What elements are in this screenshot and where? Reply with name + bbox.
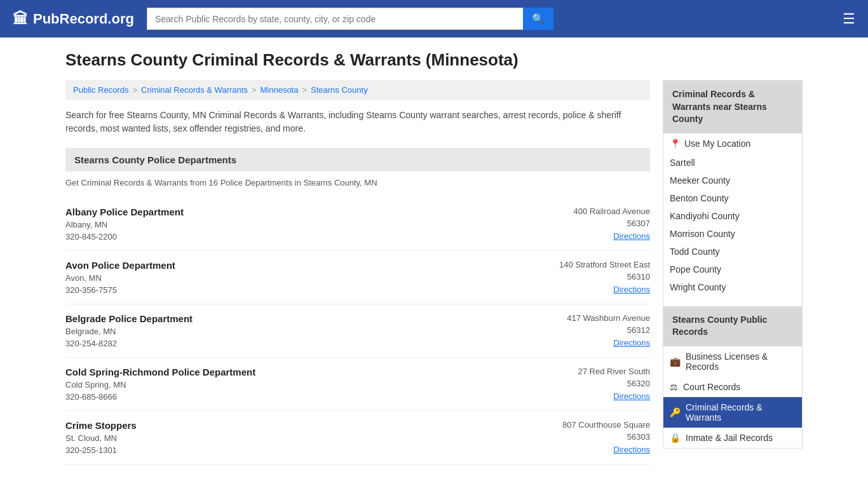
public-record-item[interactable]: 💼 Business Licenses & Records xyxy=(663,346,802,377)
dept-phone: 320-685-8666 xyxy=(65,392,255,402)
public-record-link[interactable]: Court Records xyxy=(683,382,740,392)
search-button[interactable]: 🔍 xyxy=(523,8,553,30)
public-record-link[interactable]: Inmate & Jail Records xyxy=(686,433,773,443)
nearby-list-item[interactable]: Meeker County xyxy=(663,172,802,189)
page-title: Stearns County Criminal Records & Warran… xyxy=(65,50,803,70)
dept-address: 400 Railroad Avenue xyxy=(536,207,650,216)
nearby-list-item[interactable]: Pope County xyxy=(663,261,802,278)
dept-directions[interactable]: Directions xyxy=(536,231,650,241)
section-header: Stearns County Police Departments xyxy=(65,148,650,172)
breadcrumb-criminal-records[interactable]: Criminal Records & Warrants xyxy=(141,85,248,95)
content-layout: Public Records > Criminal Records & Warr… xyxy=(65,80,803,464)
nearby-list-item[interactable]: Benton County xyxy=(663,189,802,207)
nearby-list: SartellMeeker CountyBenton CountyKandiyo… xyxy=(663,154,802,296)
dept-phone: 320-255-1301 xyxy=(65,445,137,455)
dept-zip: 56310 xyxy=(536,272,650,281)
dept-zip: 56303 xyxy=(536,432,650,442)
dept-city: Avon, MN xyxy=(65,273,175,283)
sidebar-container: Criminal Records & Warrants near Stearns… xyxy=(663,80,803,449)
breadcrumb-public-records[interactable]: Public Records xyxy=(73,85,128,95)
dept-directions[interactable]: Directions xyxy=(536,337,650,348)
directions-link[interactable]: Directions xyxy=(613,285,650,294)
dept-right: 140 Stratford Street East 56310 Directio… xyxy=(536,260,650,295)
nearby-link[interactable]: Pope County xyxy=(670,264,721,274)
dept-name: Belgrade Police Department xyxy=(65,313,193,324)
public-record-link[interactable]: Business Licenses & Records xyxy=(686,351,796,372)
dept-phone: 320-254-8282 xyxy=(65,339,193,348)
dept-directions[interactable]: Directions xyxy=(536,391,650,401)
dept-left: Belgrade Police Department Belgrade, MN … xyxy=(65,313,193,348)
dept-left: Cold Spring-Richmond Police Department C… xyxy=(65,367,255,402)
site-header: 🏛 PubRecord.org 🔍 ☰ xyxy=(0,0,868,37)
logo-link[interactable]: 🏛 PubRecord.org xyxy=(13,10,134,28)
dept-phone: 320-356-7575 xyxy=(65,285,175,295)
dept-right: 400 Railroad Avenue 56307 Directions xyxy=(536,207,650,241)
dept-right: 807 Courthouse Square 56303 Directions xyxy=(536,420,650,455)
public-record-item[interactable]: ⚖ Court Records xyxy=(663,377,802,397)
public-records-list: 💼 Business Licenses & Records ⚖ Court Re… xyxy=(663,346,802,448)
nearby-link[interactable]: Meeker County xyxy=(670,175,730,186)
dept-city: St. Cloud, MN xyxy=(65,433,137,443)
breadcrumb-sep-1: > xyxy=(132,85,137,95)
directions-link[interactable]: Directions xyxy=(613,338,650,348)
public-record-link[interactable]: Criminal Records & Warrants xyxy=(686,402,796,423)
dept-directions[interactable]: Directions xyxy=(536,284,650,294)
menu-button[interactable]: ☰ xyxy=(843,11,855,27)
main-content: Public Records > Criminal Records & Warr… xyxy=(65,80,650,464)
use-location-label: Use My Location xyxy=(684,139,750,149)
dept-left: Albany Police Department Albany, MN 320-… xyxy=(65,207,184,241)
search-input[interactable] xyxy=(147,8,523,30)
nearby-link[interactable]: Morrison County xyxy=(670,229,735,239)
dept-zip: 56307 xyxy=(536,219,650,228)
dept-city: Albany, MN xyxy=(65,220,184,229)
directions-link[interactable]: Directions xyxy=(613,231,650,241)
record-icon: 🔑 xyxy=(670,407,681,417)
public-record-item[interactable]: 🔒 Inmate & Jail Records xyxy=(663,428,802,448)
dept-address: 27 Red River South xyxy=(536,367,650,376)
breadcrumb-stearns-county[interactable]: Stearns County xyxy=(311,85,368,95)
nearby-link[interactable]: Benton County xyxy=(670,193,729,203)
dept-directions[interactable]: Directions xyxy=(536,444,650,454)
breadcrumb: Public Records > Criminal Records & Warr… xyxy=(65,80,650,100)
location-icon: 📍 xyxy=(670,139,681,149)
logo-text: PubRecord.org xyxy=(33,11,134,27)
dept-city: Cold Spring, MN xyxy=(65,380,255,390)
dept-right: 417 Washburn Avenue 56312 Directions xyxy=(536,313,650,348)
department-item: Crime Stoppers St. Cloud, MN 320-255-130… xyxy=(65,411,650,464)
department-item: Albany Police Department Albany, MN 320-… xyxy=(65,198,650,251)
search-bar: 🔍 xyxy=(147,8,553,30)
menu-icon: ☰ xyxy=(843,11,855,27)
department-list: Albany Police Department Albany, MN 320-… xyxy=(65,198,650,464)
department-item: Cold Spring-Richmond Police Department C… xyxy=(65,358,650,411)
dept-right: 27 Red River South 56320 Directions xyxy=(536,367,650,402)
dept-name: Albany Police Department xyxy=(65,207,184,217)
public-record-item[interactable]: 🔑 Criminal Records & Warrants xyxy=(663,397,802,428)
logo-icon: 🏛 xyxy=(13,10,28,28)
directions-link[interactable]: Directions xyxy=(613,391,650,401)
dept-left: Avon Police Department Avon, MN 320-356-… xyxy=(65,260,175,295)
dept-city: Belgrade, MN xyxy=(65,327,193,336)
nearby-link[interactable]: Todd County xyxy=(670,247,720,257)
nearby-list-item[interactable]: Wright County xyxy=(663,278,802,296)
nearby-header: Criminal Records & Warrants near Stearns… xyxy=(663,81,802,133)
section-subtitle: Get Criminal Records & Warrants from 16 … xyxy=(65,178,650,187)
nearby-list-item[interactable]: Sartell xyxy=(663,154,802,172)
use-my-location[interactable]: 📍 Use My Location xyxy=(663,133,802,154)
nearby-link[interactable]: Wright County xyxy=(670,282,726,292)
nearby-link[interactable]: Sartell xyxy=(670,158,695,168)
page-wrapper: Stearns County Criminal Records & Warran… xyxy=(53,37,815,477)
dept-zip: 56320 xyxy=(536,379,650,388)
nearby-link[interactable]: Kandiyohi County xyxy=(670,211,740,221)
dept-zip: 56312 xyxy=(536,325,650,335)
nearby-list-item[interactable]: Todd County xyxy=(663,243,802,261)
nearby-list-item[interactable]: Morrison County xyxy=(663,225,802,243)
dept-left: Crime Stoppers St. Cloud, MN 320-255-130… xyxy=(65,420,137,455)
dept-name: Cold Spring-Richmond Police Department xyxy=(65,367,255,377)
nearby-list-item[interactable]: Kandiyohi County xyxy=(663,207,802,225)
record-icon: ⚖ xyxy=(670,382,678,392)
directions-link[interactable]: Directions xyxy=(613,445,650,454)
public-records-header: Stearns County Public Records xyxy=(663,306,802,346)
sidebar: Criminal Records & Warrants near Stearns… xyxy=(663,80,803,464)
record-icon: 💼 xyxy=(670,356,681,367)
breadcrumb-minnesota[interactable]: Minnesota xyxy=(260,85,298,95)
